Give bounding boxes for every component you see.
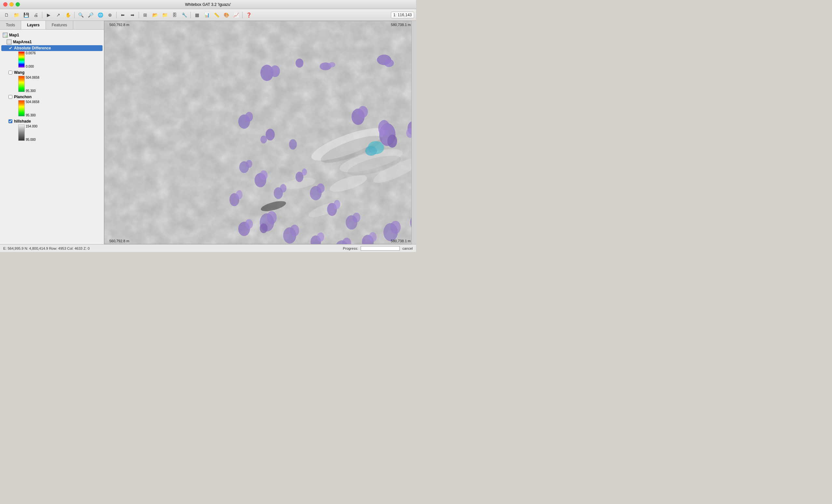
layer-absolute-difference[interactable]: Absolute Difference xyxy=(1,45,103,51)
grad-min-absolute: 0.000 xyxy=(26,65,36,68)
open-file-button[interactable]: 📁 xyxy=(12,10,21,20)
grad-swatch-planchon xyxy=(18,100,25,116)
chart-button[interactable]: 📊 xyxy=(202,10,211,20)
map-viewport[interactable]: 560,792.8 m 580,738.1 m 560,792.8 m 580,… xyxy=(104,21,416,244)
map-area-icon xyxy=(6,39,12,45)
grad-max-hillshade: 154.000 xyxy=(26,124,37,128)
layer-planchon[interactable]: Planchon xyxy=(1,94,103,100)
select-tool-button[interactable]: ▶ xyxy=(44,10,53,20)
grad-max-planchon: 504.0658 xyxy=(26,100,40,104)
folder-button[interactable]: 📂 xyxy=(150,10,159,20)
tab-layers[interactable]: Layers xyxy=(21,21,46,29)
svg-point-79 xyxy=(390,221,401,234)
map-icon xyxy=(3,32,8,38)
coord-label-top-right: 580,738.1 m xyxy=(391,23,411,27)
coordinates-display: 1: 116,143 xyxy=(391,12,414,18)
layer-button[interactable]: ⊞ xyxy=(140,10,150,20)
help-button[interactable]: ❓ xyxy=(244,10,253,20)
svg-point-21 xyxy=(295,58,303,67)
layer-wang[interactable]: Wang xyxy=(1,69,103,76)
table-button[interactable]: ▦ xyxy=(192,10,202,20)
prev-extent-button[interactable]: ⬅ xyxy=(118,10,127,20)
coord-label-top-left: 560,792.8 m xyxy=(109,23,129,27)
left-panel: Tools Layers Features Map1 xyxy=(0,21,104,244)
cancel-button[interactable]: cancel xyxy=(402,247,413,250)
new-file-button[interactable]: 🗋 xyxy=(2,10,11,20)
zoom-fit-button[interactable]: ⊕ xyxy=(105,10,114,20)
map-root: Map1 xyxy=(1,31,103,39)
svg-point-35 xyxy=(266,129,275,140)
legend-hillshade: 154.000 95.000 xyxy=(1,124,103,143)
zoom-out-button[interactable]: 🔍 xyxy=(76,10,85,20)
db-button[interactable]: 🗄 xyxy=(170,10,179,20)
sep6 xyxy=(242,12,242,18)
svg-rect-2 xyxy=(5,35,7,37)
layer-header-absolute: Absolute Difference xyxy=(8,46,101,50)
svg-rect-3 xyxy=(7,40,11,44)
vertical-scrollbar[interactable] xyxy=(412,21,416,244)
measure-button[interactable]: 📏 xyxy=(212,10,221,20)
svg-point-73 xyxy=(317,232,324,242)
tab-features[interactable]: Features xyxy=(46,21,73,29)
layer-header-planchon: Planchon xyxy=(8,94,101,99)
map-name: Map1 xyxy=(9,33,19,37)
maximize-button[interactable] xyxy=(16,2,20,6)
svg-point-54 xyxy=(246,160,252,168)
tab-tools[interactable]: Tools xyxy=(0,21,21,29)
layer-checkbox-wang[interactable] xyxy=(8,71,12,75)
sep1 xyxy=(42,12,42,18)
traffic-lights xyxy=(3,2,20,6)
colormap-button[interactable]: 🎨 xyxy=(222,10,231,20)
layer-header-hillshade: hillshade xyxy=(8,119,101,123)
save-button[interactable]: 💾 xyxy=(22,10,31,20)
panel-tabs: Tools Layers Features xyxy=(0,21,104,30)
zoom-in-button[interactable]: 🔎 xyxy=(86,10,95,20)
zoom-globe-button[interactable]: 🌐 xyxy=(96,10,105,20)
titlebar: Whitebox GAT 3.2 'Iguazu' xyxy=(0,0,416,9)
legend-absolute: 0.0076 0.000 xyxy=(1,51,103,69)
svg-point-39 xyxy=(358,106,368,118)
layer-name-wang: Wang xyxy=(14,70,24,75)
legend-planchon: 504.0658 95.300 xyxy=(1,100,103,118)
graph-button[interactable]: 📈 xyxy=(231,10,240,20)
map-svg[interactable]: 560,792.8 m 580,738.1 m 560,792.8 m 580,… xyxy=(104,21,416,244)
svg-point-71 xyxy=(290,225,299,236)
close-button[interactable] xyxy=(3,2,7,6)
sep2 xyxy=(74,12,75,18)
select2-tool-button[interactable]: ↗ xyxy=(54,10,63,20)
layer-checkbox-planchon[interactable] xyxy=(8,95,12,99)
sep3 xyxy=(116,12,116,18)
window-title: Whitebox GAT 3.2 'Iguazu' xyxy=(185,2,231,7)
minimize-button[interactable] xyxy=(9,2,14,6)
sep5 xyxy=(190,12,191,18)
map-area-name: MapArea1 xyxy=(13,40,32,44)
layer-checkbox-absolute[interactable] xyxy=(8,46,12,50)
layer-name-planchon: Planchon xyxy=(14,94,32,99)
grad-max-absolute: 0.0076 xyxy=(26,51,36,55)
svg-point-20 xyxy=(270,65,280,77)
tools-button[interactable]: 🔧 xyxy=(180,10,189,20)
pan-tool-button[interactable]: ✋ xyxy=(63,10,73,20)
next-extent-button[interactable]: ➡ xyxy=(128,10,137,20)
layer-name-hillshade: hillshade xyxy=(14,119,31,123)
svg-point-66 xyxy=(267,211,277,224)
coord-label-bot-left: 560,792.8 m xyxy=(109,239,129,243)
svg-rect-1 xyxy=(3,33,5,35)
status-text: E: 564,995.9 N: 4,800,414.9 Row: 4953 Co… xyxy=(3,247,89,250)
grad-swatch-absolute xyxy=(18,51,25,67)
layer-checkbox-hillshade[interactable] xyxy=(8,119,12,123)
print-button[interactable]: 🖨 xyxy=(31,10,41,20)
svg-point-36 xyxy=(260,136,267,143)
svg-point-96 xyxy=(236,190,242,199)
map-area-root: MapArea1 xyxy=(1,39,103,45)
folder2-button[interactable]: 📁 xyxy=(160,10,169,20)
grad-min-hillshade: 95.000 xyxy=(26,138,37,141)
main-area: Tools Layers Features Map1 xyxy=(0,21,416,244)
svg-point-50 xyxy=(365,146,377,156)
svg-point-69 xyxy=(245,219,253,229)
layer-header-wang: Wang xyxy=(8,70,101,75)
svg-point-77 xyxy=(369,232,376,242)
grad-min-wang: 95.300 xyxy=(26,89,40,93)
layer-hillshade[interactable]: hillshade xyxy=(1,118,103,124)
grad-min-planchon: 95.300 xyxy=(26,113,40,117)
